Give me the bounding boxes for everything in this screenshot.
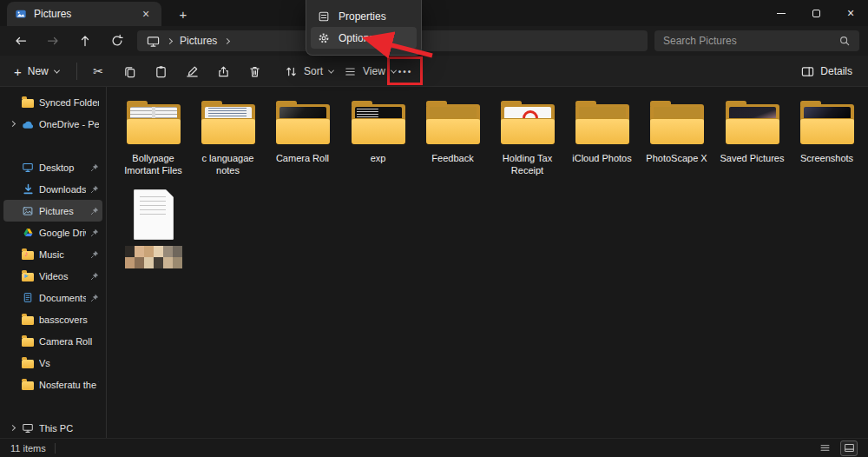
search-placeholder: Search Pictures [663,35,737,47]
statusbar-divider [55,443,56,454]
folder-item[interactable]: Camera Roll [266,101,339,165]
forward-button[interactable] [41,29,65,53]
sidebar-item-google-drive[interactable]: Google Drive [3,222,102,243]
google-drive-icon [21,228,35,238]
maximize-icon [812,10,820,17]
view-button-label: View [363,65,385,77]
sidebar-item-label: Vs [39,358,99,368]
folder-icon [724,101,781,146]
explorer-tab[interactable]: Pictures × [7,2,161,26]
new-button[interactable]: + New [7,58,66,84]
details-view-icon[interactable] [816,440,833,456]
sort-icon [285,65,298,78]
properties-icon [318,10,330,23]
copy-icon [123,65,136,78]
sidebar-item-synced-folders[interactable]: Synced Folders [3,91,102,113]
tab-close-icon[interactable]: × [138,6,154,22]
sort-button-label: Sort [304,65,323,77]
onedrive-cloud-icon [21,119,35,129]
details-button[interactable]: Details [794,58,859,84]
folder-item[interactable]: Saved Pictures [715,101,789,165]
sidebar-item-label: Camera Roll [39,336,99,347]
search-icon[interactable] [838,35,851,47]
folder-name: Feedback [416,153,490,165]
share-button[interactable] [210,58,236,84]
folder-item[interactable]: c languagae notes [191,101,265,176]
folder-icon [21,358,35,368]
back-button[interactable] [9,29,33,53]
cut-icon: ✂ [93,64,103,78]
this-pc-icon [21,422,35,434]
new-tab-button[interactable]: + [174,5,193,23]
folder-item[interactable]: exp [341,101,415,165]
menu-item-properties[interactable]: Properties [311,5,417,27]
folder-item[interactable]: Feedback [416,101,490,165]
pictures-icon [21,206,35,216]
minimize-icon [777,13,786,14]
sidebar-item-label: Desktop [39,162,86,173]
copy-button[interactable] [116,58,142,84]
minimize-button[interactable] [764,0,799,26]
thumbnail-view-icon[interactable] [840,440,858,456]
folder-name: PhotoScape X [640,153,713,165]
sidebar-item-basscovers[interactable]: basscovers [3,308,102,330]
chevron-right-icon[interactable] [10,121,16,127]
menu-item-label: Options [339,32,374,44]
sort-button[interactable]: Sort [278,58,340,84]
folder-icon [799,101,856,146]
pin-icon [90,272,99,281]
plus-icon: + [14,65,22,78]
up-button[interactable] [73,29,97,53]
sidebar-item-camera-roll[interactable]: Camera Roll [3,330,102,352]
menu-item-label: Properties [339,10,386,23]
sidebar-item-pictures[interactable]: Pictures [3,200,102,222]
chevron-right-icon[interactable] [10,425,16,431]
paste-button[interactable] [148,58,174,84]
sidebar-item-music[interactable]: ♪ Music [3,243,102,265]
sidebar-item-videos[interactable]: ▸ Videos [3,265,102,287]
details-pane-icon [801,65,814,78]
sidebar-item-label: basscovers [39,315,99,325]
cut-button[interactable]: ✂ [85,58,111,84]
command-bar: + New ✂ Sort View ••• Details [0,56,868,87]
pin-icon [90,185,99,194]
sidebar-item-desktop[interactable]: Desktop [3,156,102,178]
folder-icon [200,101,257,146]
search-input[interactable]: Search Pictures [654,30,859,51]
documents-icon [21,292,35,303]
refresh-button[interactable] [105,29,129,53]
folder-icon [21,380,35,390]
sidebar-item-label: Downloads [39,184,86,195]
folder-item[interactable]: iCloud Photos [565,101,639,165]
breadcrumb-location[interactable]: Pictures [180,35,217,47]
sidebar-item-this-pc[interactable]: This PC [3,417,102,438]
sidebar-item-onedrive[interactable]: OneDrive - Perso [3,113,102,135]
folder-item[interactable]: Bollypage Imortant Files [116,101,190,176]
this-pc-icon [147,35,160,48]
pin-icon [90,250,99,259]
window-controls: × [764,0,868,26]
sidebar-item-vs[interactable]: Vs [3,352,102,374]
folder-name: Screenshots [790,153,864,165]
sidebar-item-label: OneDrive - Perso [39,119,99,129]
folder-item[interactable]: Holding Tax Receipt [490,101,564,176]
file-item[interactable] [116,189,190,268]
details-button-label: Details [820,65,852,77]
sidebar-item-nosferatu[interactable]: Nosferatu the Va [3,374,102,395]
sidebar-item-label: Nosferatu the Va [39,380,99,390]
folder-item[interactable]: Screenshots [790,101,864,165]
delete-button[interactable] [241,58,267,84]
sidebar-item-documents[interactable]: Documents [3,287,102,308]
folder-icon [125,101,182,146]
rename-button[interactable] [179,58,205,84]
maximize-button[interactable] [799,0,833,26]
sidebar-item-downloads[interactable]: Downloads [3,178,102,200]
folder-icon [21,336,35,347]
sidebar-item-label: Google Drive [39,228,86,238]
folder-item[interactable]: PhotoScape X [640,101,713,165]
menu-item-options[interactable]: Options [311,27,417,49]
paste-icon [155,65,168,78]
breadcrumb-chevron-icon[interactable] [224,37,230,43]
close-button[interactable]: × [833,0,868,26]
sidebar-item-label: Music [39,249,86,260]
